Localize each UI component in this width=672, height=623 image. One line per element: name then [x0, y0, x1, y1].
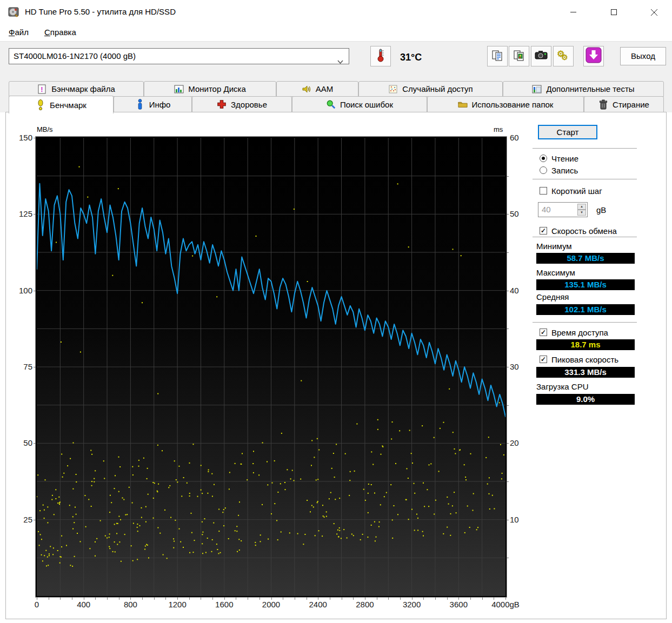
x-axis-tick [224, 597, 225, 600]
y-right-axis-tick [507, 176, 509, 177]
copy-image-button[interactable] [509, 46, 529, 66]
access-time-checkbox[interactable]: ✓ [540, 329, 547, 336]
access-time-dot [59, 504, 60, 505]
access-time-dot [202, 553, 203, 554]
access-time-dot [408, 478, 409, 479]
access-time-dot [280, 483, 281, 484]
settings-button[interactable]: ⚙ ⚙ [553, 46, 574, 66]
access-time-dot [271, 513, 272, 514]
close-button[interactable] [642, 0, 667, 24]
start-button[interactable]: Старт [538, 125, 597, 139]
x-axis-tick [458, 597, 459, 600]
screenshot-button[interactable] [531, 46, 551, 66]
tab-benchmark[interactable]: Бенчмарк [9, 96, 114, 113]
access-time-dot [127, 514, 128, 515]
access-time-dot [294, 209, 295, 210]
access-time-dot [179, 528, 180, 530]
maximize-button[interactable] [601, 0, 626, 24]
write-radio[interactable] [540, 166, 547, 174]
x-axis-tick [236, 597, 236, 600]
exit-button[interactable]: Выход [620, 47, 666, 65]
tab-label: Монитор Диска [188, 84, 246, 93]
access-time-dot [417, 518, 418, 519]
access-time-dot [256, 236, 257, 237]
chart-canvas [37, 138, 505, 596]
minimize-button[interactable] [561, 0, 585, 24]
access-time-dot [122, 498, 123, 499]
access-time-dot [412, 463, 413, 464]
tab-extra-tests[interactable]: Дополнительные тесты [503, 81, 664, 97]
access-time-dot [109, 512, 110, 513]
access-time-dot [326, 516, 327, 517]
access-time-dot [502, 473, 503, 474]
save-results-button[interactable] [583, 46, 604, 66]
access-time-dot [303, 544, 304, 545]
access-time-dot [476, 529, 477, 530]
access-time-dot [330, 492, 331, 493]
access-time-dot [41, 554, 42, 555]
tab-health[interactable]: Здоровье [192, 96, 292, 112]
access-time-dot [350, 471, 351, 472]
thermometer-icon [376, 48, 385, 64]
access-time-dot [189, 493, 190, 494]
copy-text-button[interactable] [487, 46, 508, 66]
stride-size-stepper[interactable]: 40 ▲ ▼ [538, 202, 588, 217]
short-stride-checkbox[interactable] [540, 187, 547, 195]
transfer-rate-checkbox[interactable]: ✓ [540, 227, 547, 235]
access-time-dot [39, 510, 41, 511]
access-time-dot [267, 461, 268, 463]
benchmark-chart [36, 137, 507, 597]
access-time-dot [324, 517, 325, 518]
access-time-dot [447, 527, 448, 528]
write-radio-label: Запись [551, 166, 578, 175]
access-time-dot [262, 504, 263, 505]
stepper-up-button[interactable]: ▲ [577, 204, 586, 210]
tab-random-access[interactable]: Случайный доступ [358, 81, 503, 97]
menu-file[interactable]: Файл [9, 28, 29, 37]
y-right-axis-tick [507, 214, 509, 215]
file-benchmark-icon: ! [37, 84, 47, 94]
read-radio[interactable] [540, 155, 547, 162]
window-title: HD Tune Pro 5.50 - утилита для HD/SSD [25, 7, 176, 16]
access-time-dot [267, 484, 268, 485]
menu-help[interactable]: Справка [44, 28, 76, 37]
access-time-dot [297, 533, 298, 534]
access-time-dot [50, 546, 51, 547]
x-axis-tick [49, 597, 49, 600]
y-right-axis-tick [507, 252, 509, 253]
access-time-dot [427, 489, 428, 490]
access-time-dot [424, 506, 425, 507]
burst-rate-checkbox[interactable]: ✓ [540, 356, 547, 363]
access-time-dot [214, 484, 215, 485]
tab-erase[interactable]: Стирание [584, 96, 664, 112]
access-time-dot [61, 341, 62, 343]
access-time-dot [343, 529, 344, 530]
access-time-dot [216, 544, 217, 545]
stepper-down-button[interactable]: ▼ [577, 210, 586, 216]
tab-error-scan[interactable]: Поиск ошибок [292, 96, 427, 112]
access-time-dot [300, 479, 301, 480]
x-axis-label: 2400 [309, 600, 327, 609]
x-axis-tick [318, 597, 318, 600]
access-time-dot [116, 523, 117, 524]
tab-aam[interactable]: AAM [276, 81, 358, 97]
access-time-dot [274, 503, 275, 504]
temperature-button[interactable] [370, 46, 391, 66]
drive-select-dropdown[interactable]: ST4000LM016-1N2170 (4000 gB) [9, 48, 349, 64]
access-time-dot [380, 504, 381, 505]
tab-file-benchmark[interactable]: ! Бэнчмарк файла [9, 81, 144, 97]
access-time-dot [255, 545, 256, 546]
tab-disk-monitor[interactable]: Монитор Диска [144, 81, 276, 97]
x-axis-tick [119, 597, 119, 600]
y-right-axis-tick [507, 520, 509, 520]
tab-folder-usage[interactable]: Использование папок [427, 96, 584, 112]
access-time-dot [55, 498, 56, 499]
access-time-dot [489, 477, 490, 478]
access-time-dot [80, 541, 81, 542]
access-time-dot [80, 352, 81, 353]
gears-icon: ⚙ ⚙ [557, 50, 570, 63]
access-time-dot [79, 166, 80, 168]
access-time-dot [157, 393, 158, 394]
access-time-dot [411, 453, 412, 454]
tab-info[interactable]: Инфо [114, 96, 192, 112]
